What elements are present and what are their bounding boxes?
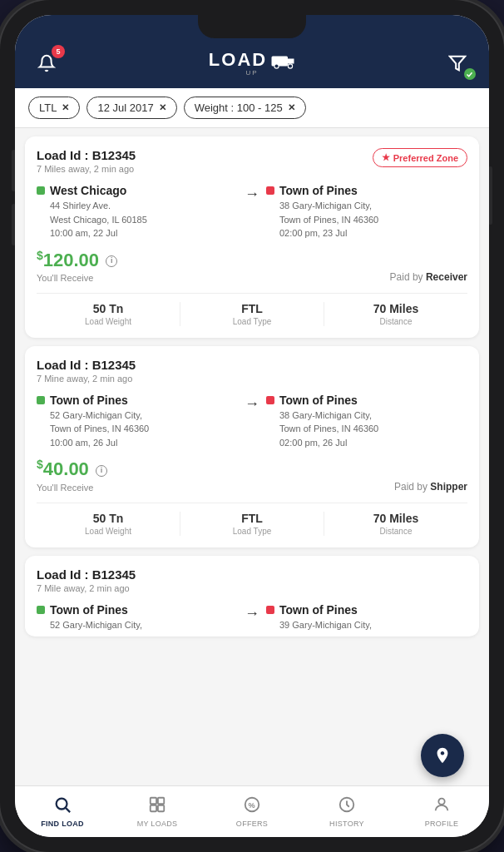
logo-text: LOAD (209, 51, 267, 69)
origin-1: West Chicago 44 Shirley Ave.West Chicago… (37, 184, 238, 240)
history-icon (338, 795, 356, 818)
nav-profile[interactable]: PROFILE (394, 786, 489, 837)
load-card-1[interactable]: Load Id : B12345 7 Miles away, 2 min ago… (25, 136, 479, 338)
paid-by-1: Paid by Receiver (390, 271, 467, 283)
stats-row-1: 50 Tn Load Weight FTL Load Type 70 Miles… (37, 293, 467, 326)
route-arrow-3: → (245, 603, 259, 622)
filter-bar: LTL ✕ 12 Jul 2017 ✕ Weight : 100 - 125 ✕ (15, 88, 489, 128)
origin-addr-2: 52 Gary-Michigan City,Town of Pines, IN … (37, 409, 238, 450)
origin-dot-1 (37, 186, 45, 195)
notification-badge: 5 (52, 45, 65, 58)
stats-row-2: 50 Tn Load Weight FTL Load Type 70 Miles… (37, 503, 467, 536)
phone-screen: 5 LOAD UP (15, 15, 489, 837)
filter-ltl[interactable]: LTL ✕ (28, 97, 80, 119)
svg-rect-6 (151, 798, 156, 804)
stat-weight-2: 50 Tn Load Weight (37, 512, 180, 536)
svg-rect-0 (272, 56, 289, 66)
origin-3: Town of Pines 52 Gary-Michigan City, (37, 603, 238, 632)
dest-addr-1: 38 Gary-Michigan City,Town of Pines, IN … (266, 199, 467, 240)
svg-text:%: % (248, 801, 254, 810)
nav-offers[interactable]: % OFFERS (205, 786, 299, 837)
remove-ltl-filter[interactable]: ✕ (62, 102, 69, 113)
load-card-3[interactable]: Load Id : B12345 7 Mile away, 2 min ago … (25, 556, 479, 637)
dest-addr-2: 38 Gary-Michigan City,Town of Pines, IN … (266, 409, 467, 450)
phone-frame: 5 LOAD UP (0, 0, 504, 852)
nav-history[interactable]: HISTORY (299, 786, 394, 837)
filter-weight[interactable]: Weight : 100 - 125 ✕ (184, 97, 306, 119)
svg-line-5 (66, 808, 70, 812)
svg-rect-9 (158, 805, 164, 811)
svg-rect-8 (151, 805, 156, 811)
origin-addr-3: 52 Gary-Michigan City, (37, 618, 238, 632)
stat-distance-1: 70 Miles Distance (324, 302, 467, 326)
dest-dot-2 (266, 396, 274, 404)
star-icon: ★ (382, 152, 390, 163)
dest-1: Town of Pines 38 Gary-Michigan City,Town… (266, 184, 467, 240)
load-meta-2: 7 Mine away, 2 min ago (37, 374, 136, 384)
svg-point-13 (438, 799, 444, 805)
paid-by-2: Paid by Shipper (394, 481, 467, 493)
nav-profile-label: PROFILE (425, 820, 459, 828)
origin-dot-3 (37, 606, 45, 614)
remove-date-filter[interactable]: ✕ (159, 102, 166, 113)
svg-marker-3 (450, 57, 465, 71)
nav-my-loads-label: MY LOADS (137, 820, 178, 828)
stat-weight-1: 50 Tn Load Weight (37, 302, 180, 326)
profile-icon (432, 795, 451, 818)
nav-offers-label: OFFERS (236, 820, 268, 828)
dest-dot-1 (266, 186, 274, 195)
nav-my-loads[interactable]: MY LOADS (110, 786, 205, 837)
nav-history-label: HISTORY (329, 820, 364, 828)
dest-addr-3: 39 Gary-Michigan City, (266, 618, 467, 632)
stat-type-1: FTL Load Type (180, 302, 324, 326)
filter-date[interactable]: 12 Jul 2017 ✕ (86, 97, 176, 119)
price-label-2: You'll Receive (37, 483, 107, 493)
offers-icon: % (243, 795, 261, 818)
notch (198, 15, 306, 38)
svg-point-4 (57, 799, 67, 810)
svg-point-1 (274, 63, 279, 67)
origin-addr-1: 44 Shirley Ave.West Chicago, IL 6018510:… (37, 199, 238, 240)
logo-sub: UP (245, 69, 258, 77)
svg-point-2 (289, 63, 293, 67)
dest-3: Town of Pines 39 Gary-Michigan City, (266, 603, 467, 632)
myloads-icon (148, 795, 166, 818)
nav-find-load[interactable]: FIND LOAD (15, 786, 110, 837)
app-logo: LOAD UP (209, 51, 295, 77)
load-list: Load Id : B12345 7 Miles away, 2 min ago… (15, 128, 489, 837)
notification-button[interactable]: 5 (32, 48, 62, 78)
filter-button[interactable] (442, 48, 472, 78)
search-icon (53, 795, 72, 818)
price-1: $120.00 i (37, 249, 117, 271)
load-card-2[interactable]: Load Id : B12345 7 Mine away, 2 min ago … (25, 346, 479, 547)
stat-type-2: FTL Load Type (180, 512, 324, 536)
svg-rect-7 (158, 798, 164, 804)
origin-dot-2 (37, 396, 45, 404)
load-id-2: Load Id : B12345 (37, 358, 136, 372)
map-fab[interactable] (421, 734, 464, 777)
stat-distance-2: 70 Miles Distance (324, 512, 467, 536)
route-arrow-2: → (245, 394, 259, 413)
price-info-icon-2[interactable]: i (96, 465, 107, 477)
dest-2: Town of Pines 38 Gary-Michigan City,Town… (266, 394, 467, 450)
route-arrow-1: → (245, 184, 259, 203)
dest-dot-3 (266, 606, 274, 614)
load-id-3: Load Id : B12345 (37, 567, 136, 582)
nav-find-load-label: FIND LOAD (41, 820, 84, 828)
bottom-nav: FIND LOAD MY LOADS % (15, 785, 489, 837)
load-meta-1: 7 Miles away, 2 min ago (37, 164, 136, 174)
price-label-1: You'll Receive (37, 273, 117, 283)
price-info-icon-1[interactable]: i (106, 255, 117, 267)
load-id-1: Load Id : B12345 (37, 148, 136, 162)
preferred-badge-1: ★ Preferred Zone (373, 148, 467, 167)
remove-weight-filter[interactable]: ✕ (288, 102, 295, 113)
load-meta-3: 7 Mile away, 2 min ago (37, 583, 136, 593)
origin-2: Town of Pines 52 Gary-Michigan City,Town… (37, 394, 238, 450)
price-2: $40.00 i (37, 458, 107, 480)
